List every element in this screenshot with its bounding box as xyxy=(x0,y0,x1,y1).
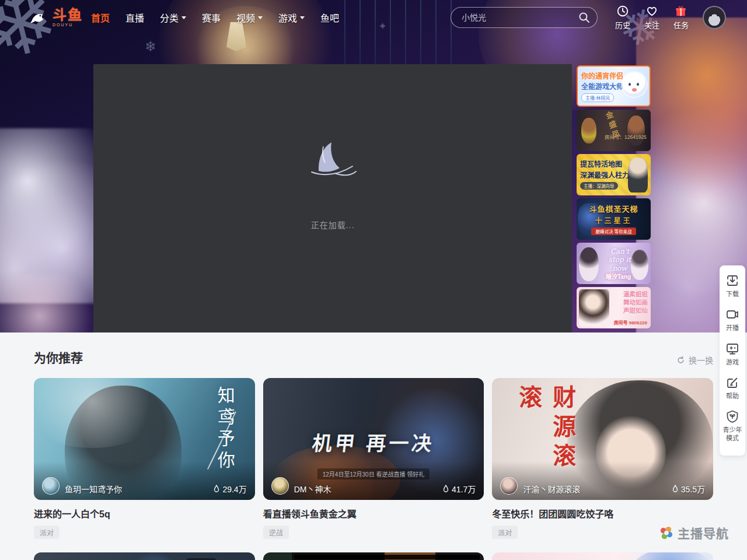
clock-icon xyxy=(616,5,629,18)
stream-cover-partial[interactable] xyxy=(492,552,713,560)
loading-text: 正在加载... xyxy=(311,219,355,230)
nav-yuba[interactable]: 鱼吧 xyxy=(320,10,339,24)
search-input[interactable] xyxy=(451,7,598,28)
category-tag[interactable]: 逆战 xyxy=(263,526,289,539)
help-label: 帮助 xyxy=(726,392,739,400)
promo-line2: 十三星王 xyxy=(595,215,632,225)
streamer-avatar[interactable] xyxy=(271,477,289,495)
streamer-photo-illustration xyxy=(627,116,645,146)
promo-card-game-companion[interactable]: 你的通宵伴侣 全能游戏大师 主播:林栩风 xyxy=(577,65,651,107)
promo-line1: 温柔姐姐 xyxy=(623,290,648,298)
user-avatar[interactable] xyxy=(703,6,726,29)
heat-flame-icon xyxy=(672,485,679,493)
promo-line2: 舞动如画 xyxy=(623,298,648,306)
promo-card-chess-ladder[interactable]: 斗鱼棋圣天梯 十三星王 巅峰对决 等你来战 xyxy=(577,198,651,240)
cover-info-band: DM丶神木 41.7万 xyxy=(263,461,484,500)
section-title: 为你推荐 xyxy=(34,348,83,366)
stream-title[interactable]: 看直播领斗鱼黄金之翼 xyxy=(263,506,484,520)
nav-categories[interactable]: 分类 xyxy=(160,10,186,24)
streamer-name[interactable]: 汘渝丶财源滚滚 xyxy=(523,483,671,495)
streamer-photo-illustration xyxy=(579,289,609,327)
promo-card-dance[interactable]: Can't stop it now 暗汐Tang xyxy=(577,243,651,284)
refresh-icon xyxy=(676,356,685,365)
heat-flame-icon xyxy=(213,485,220,493)
stream-card: 知鸢予你 鱼玥一知鸢予你 29.4万 进来的一人白个5q 派对 xyxy=(34,378,255,539)
top-navigation-bar: 斗鱼 DOUYU 首页 直播 分类 赛事 视频 游戏 鱼吧 xyxy=(0,0,747,35)
streamer-photo-illustration xyxy=(628,158,648,192)
stream-cover[interactable]: 知鸢予你 鱼玥一知鸢予你 29.4万 xyxy=(34,378,255,500)
search-box xyxy=(451,7,598,28)
promo-room-number: 房间号：12641925 xyxy=(605,133,647,140)
stream-cover-partial[interactable] xyxy=(263,552,484,560)
teen-mode-label-line2: 模式 xyxy=(726,435,739,442)
douyu-logo[interactable]: 斗鱼 DOUYU xyxy=(30,8,83,27)
stream-card: 财源滚滚 汘渝丶财源滚滚 35.5万 冬至快乐！团团圆圆吃饺子咯 派对 xyxy=(492,378,713,539)
cover-event-title: 机甲 再一决 xyxy=(310,427,436,456)
stream-card: 机甲 再一决 12月4日至12月30日 看逆战直播 领好礼 DM丶神木 41.7… xyxy=(263,378,484,539)
brand-name: 斗鱼 xyxy=(53,8,83,22)
stream-cover[interactable]: 财源滚滚 汘渝丶财源滚滚 35.5万 xyxy=(492,378,713,500)
category-tag[interactable]: 派对 xyxy=(492,526,518,539)
go-live-label: 开播 xyxy=(726,324,739,332)
pinwheel-logo-icon xyxy=(658,525,674,541)
follow-button[interactable]: 关注 xyxy=(644,5,659,30)
streamer-name[interactable]: 鱼玥一知鸢予你 xyxy=(65,483,213,495)
promo-card-room[interactable]: 金盛凤 房间号：12641925 xyxy=(577,110,651,151)
streamer-name[interactable]: DM丶神木 xyxy=(294,483,442,495)
game-center-button[interactable]: 游戏 xyxy=(725,342,739,366)
promo-card-gentle-sister[interactable]: 温柔姐姐 舞动如画 声甜如仙 房间号 9806220 xyxy=(577,287,651,328)
player-loading: 正在加载... xyxy=(298,138,368,230)
streamer-avatar[interactable] xyxy=(42,477,60,495)
heart-icon xyxy=(645,5,658,18)
go-live-button[interactable]: 开播 xyxy=(725,307,739,332)
tasks-label: 任务 xyxy=(673,19,689,30)
refresh-button[interactable]: 换一换 xyxy=(676,354,713,366)
stream-cover-partial[interactable] xyxy=(34,552,255,560)
douyu-homepage: ❄ ❄ ❄ ✦ ❄ 斗鱼 DOUYU 首页 直播 分类 xyxy=(0,0,747,560)
promo-event-pill: 巅峰对决 等你来战 xyxy=(591,228,636,235)
search-icon[interactable] xyxy=(578,12,590,26)
douyu-fish-icon xyxy=(30,9,50,26)
download-button[interactable]: 下载 xyxy=(725,274,739,298)
watermark: 主播导航 xyxy=(658,524,729,541)
stream-cover[interactable]: 机甲 再一决 12月4日至12月30日 看逆战直播 领好礼 DM丶神木 41.7… xyxy=(263,378,484,500)
stream-title[interactable]: 进来的一人白个5q xyxy=(34,506,255,520)
help-button[interactable]: 帮助 xyxy=(725,376,739,400)
promo-line1: 斗鱼棋圣天梯 xyxy=(589,203,638,214)
side-promo-rail: 你的通宵伴侣 全能游戏大师 主播:林栩风 金盛凤 房间号：12641925 提瓦… xyxy=(577,65,651,331)
promo-room-number: 房间号 9806220 xyxy=(614,319,647,326)
streamer-avatar[interactable] xyxy=(500,477,518,495)
nav-home[interactable]: 首页 xyxy=(91,10,110,24)
nav-games[interactable]: 游戏 xyxy=(278,10,305,24)
category-tag[interactable]: 派对 xyxy=(34,526,60,539)
promo-line3: 声甜如仙 xyxy=(623,306,648,314)
history-button[interactable]: 历史 xyxy=(615,5,630,30)
viewer-count: 29.4万 xyxy=(213,483,246,495)
nav-video[interactable]: 视频 xyxy=(236,10,263,24)
side-toolbar: 下载 开播 游戏 帮助 xyxy=(720,265,745,456)
festive-hero-background: ❄ ❄ ❄ ✦ ❄ 斗鱼 DOUYU 首页 直播 分类 xyxy=(0,0,747,332)
cover-info-band: 汘渝丶财源滚滚 35.5万 xyxy=(492,461,713,500)
nav-live[interactable]: 直播 xyxy=(125,10,144,24)
brand-sub: DOUYU xyxy=(53,23,83,27)
follow-label: 关注 xyxy=(644,19,659,30)
viewer-count: 41.7万 xyxy=(442,483,476,495)
recommend-section: 为你推荐 换一换 知鸢予你 鱼玥一知鸢予你 xyxy=(0,332,747,560)
promo-streamer-pill: 主播：深渊向导 xyxy=(580,182,618,190)
main-nav: 首页 直播 分类 赛事 视频 游戏 鱼吧 xyxy=(91,10,355,24)
history-label: 历史 xyxy=(615,19,630,30)
caret-down-icon xyxy=(181,16,186,19)
refresh-label: 换一换 xyxy=(689,354,713,366)
nav-esports[interactable]: 赛事 xyxy=(202,10,221,24)
streamer-photo-illustration xyxy=(579,247,599,281)
promo-card-genshin[interactable]: 提瓦特活地图 深渊最强人柱力 主播：深渊向导 xyxy=(577,154,651,195)
teen-shield-icon xyxy=(725,410,739,424)
live-player[interactable]: 正在加载... xyxy=(93,64,572,332)
teen-mode-label-line1: 青少年 xyxy=(723,426,742,433)
stream-title[interactable]: 冬至快乐！团团圆圆吃饺子咯 xyxy=(492,506,713,520)
tasks-button[interactable]: 任务 xyxy=(673,5,689,30)
teen-mode-button[interactable]: 青少年 模式 xyxy=(723,410,742,443)
recommend-grid: 知鸢予你 鱼玥一知鸢予你 29.4万 进来的一人白个5q 派对 机 xyxy=(0,378,747,539)
caret-down-icon xyxy=(258,16,263,19)
promo-streamer-pill: 主播:林栩风 xyxy=(581,93,614,102)
